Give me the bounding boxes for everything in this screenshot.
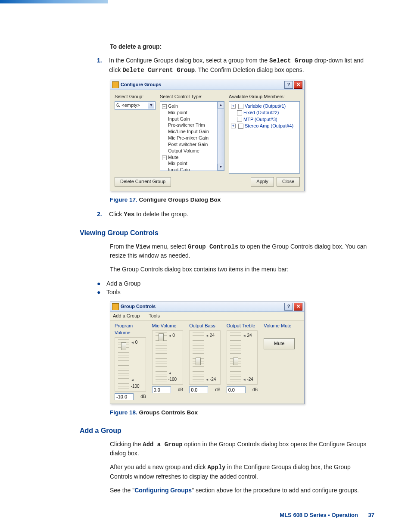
step-number: 2. (97, 210, 109, 219)
page-footer: MLS 608 D Series • Operation 37 (0, 512, 374, 518)
window-titlebar: Group Controls ? ✕ (110, 302, 304, 312)
slider-control: Program Volume0-100dB (115, 323, 146, 400)
checkbox-icon[interactable] (238, 124, 243, 129)
section-heading-viewing: Viewing Group Controls (80, 228, 374, 238)
body-paragraph: The Group Controls dialog box contains t… (110, 265, 374, 274)
tree-node[interactable]: Output Volume (162, 148, 222, 154)
window-title: Configure Groups (121, 81, 161, 88)
slider-value-input[interactable] (115, 393, 134, 400)
member-item[interactable]: +Stereo Amp (Output#4) (231, 123, 298, 129)
slider-min: -100 (131, 377, 144, 389)
delete-current-group-button[interactable]: Delete Current Group (115, 177, 171, 187)
slider-unit: dB (140, 394, 146, 400)
slider-max: 24 (243, 333, 252, 339)
tree-node[interactable]: Pre-switcher Trim (162, 122, 222, 128)
slider-thumb[interactable] (121, 342, 126, 350)
tree-node[interactable]: Mic/Line Input Gain (162, 128, 222, 135)
help-button[interactable]: ? (284, 303, 293, 311)
checkbox-icon[interactable] (237, 110, 242, 115)
slider-min: -100 (168, 370, 181, 383)
slider-title: Output Treble (227, 323, 258, 330)
slider-value-input[interactable] (152, 386, 171, 393)
tree-node[interactable]: Mix-point (162, 160, 222, 167)
member-item[interactable]: MTP (Output#3) (231, 116, 298, 123)
slider-title: Output Bass (189, 323, 221, 330)
slider-thumb[interactable] (196, 358, 201, 365)
close-button[interactable]: ✕ (294, 303, 302, 311)
body-paragraph: From the View menu, select Group Control… (110, 242, 374, 260)
section-heading-add: Add a Group (80, 426, 374, 436)
slider-unit: dB (178, 387, 183, 393)
apply-button[interactable]: Apply (251, 177, 274, 187)
scroll-down-icon[interactable]: ▼ (218, 164, 224, 171)
mute-control: Volume MuteMute (264, 323, 300, 349)
mute-title: Volume Mute (264, 323, 300, 330)
slider[interactable]: 24-24 (189, 330, 221, 385)
slider[interactable]: 0-100 (115, 337, 146, 392)
tree-node[interactable]: Mix-point (162, 109, 222, 116)
menu-add-group[interactable]: Add a Group (113, 313, 140, 318)
body-paragraph: See the "Configuring Groups" section abo… (110, 486, 374, 495)
tree-node-gain[interactable]: −Gain (162, 103, 222, 109)
checkbox-icon[interactable] (237, 117, 242, 122)
close-button-bottom[interactable]: Close (277, 177, 300, 187)
members-label: Available Group Members: (229, 93, 300, 100)
window-title: Group Controls (121, 303, 156, 310)
app-icon (112, 303, 119, 310)
chevron-down-icon: ▼ (148, 103, 154, 109)
step-text: Click Yes to delete the group. (109, 210, 374, 219)
help-button[interactable]: ? (284, 81, 293, 89)
slider-value-input[interactable] (227, 386, 246, 393)
slider-thumb[interactable] (233, 358, 238, 365)
slider-value-input[interactable] (189, 386, 208, 393)
checkbox-icon[interactable] (238, 104, 243, 109)
app-icon (112, 81, 119, 88)
tree-node[interactable]: Mic Pre-mixer Gain (162, 135, 222, 141)
slider[interactable]: 0-100 (152, 330, 184, 385)
scroll-up-icon[interactable]: ▲ (218, 102, 224, 109)
slider-max: 24 (206, 333, 215, 339)
slider-max: 0 (131, 339, 138, 346)
select-group-dropdown[interactable]: 6. <empty> ▼ (115, 101, 156, 110)
menubar: Add a Group Tools (110, 312, 304, 321)
control-type-tree[interactable]: −Gain Mix-point Input Gain Pre-switcher … (160, 101, 224, 171)
top-gradient-bar (0, 0, 108, 3)
slider-title: Program Volume (115, 323, 146, 336)
figure-18-caption: Figure 18. Groups Controls Box (110, 408, 374, 417)
member-item[interactable]: +Variable (Output#1) (231, 103, 298, 109)
menu-tools[interactable]: Tools (149, 313, 160, 318)
close-button[interactable]: ✕ (294, 81, 302, 89)
delete-heading: To delete a group: (110, 42, 374, 51)
step-text: In the Configure Groups dialog box, sele… (109, 56, 374, 75)
member-item[interactable]: Fixed (Output#2) (231, 109, 298, 116)
tree-node[interactable]: Input Gain (162, 116, 222, 122)
slider-unit: dB (215, 387, 220, 393)
mute-button[interactable]: Mute (264, 338, 295, 349)
scrollbar[interactable]: ▲ ▼ (217, 102, 224, 171)
group-controls-window: Group Controls ? ✕ Add a Group Tools Pro… (110, 302, 305, 404)
configuring-groups-link[interactable]: Configuring Groups (134, 487, 192, 494)
slider-control: Output Bass24-24dB (189, 323, 221, 393)
bullet-item: Add a Group (97, 279, 374, 288)
slider-thumb[interactable] (159, 333, 164, 341)
slider-max: 0 (168, 333, 175, 339)
configure-groups-window: Configure Groups ? ✕ Select Group: 6. <e… (110, 80, 305, 191)
select-group-label: Select Group: (115, 93, 156, 100)
slider-unit: dB (252, 387, 258, 393)
slider-min: -24 (206, 376, 216, 383)
step-number: 1. (97, 56, 109, 75)
slider-title: Mic Volume (152, 323, 184, 330)
body-paragraph: After you add a new group and click Appl… (110, 463, 374, 481)
tree-node-mute[interactable]: −Mute (162, 154, 222, 161)
slider-control: Output Treble24-24dB (227, 323, 258, 393)
members-list[interactable]: +Variable (Output#1) Fixed (Output#2) MT… (229, 101, 300, 174)
tree-node[interactable]: Post-switcher Gain (162, 141, 222, 148)
figure-17-caption: Figure 17. Configure Groups Dialog Box (110, 196, 374, 204)
tree-node[interactable]: Input Gain (162, 167, 222, 171)
slider-min: -24 (243, 376, 253, 383)
control-type-label: Select Control Type: (160, 93, 224, 100)
slider[interactable]: 24-24 (227, 330, 258, 385)
select-group-value: 6. <empty> (116, 102, 140, 109)
window-titlebar: Configure Groups ? ✕ (110, 80, 304, 90)
slider-control: Mic Volume0-100dB (152, 323, 184, 393)
